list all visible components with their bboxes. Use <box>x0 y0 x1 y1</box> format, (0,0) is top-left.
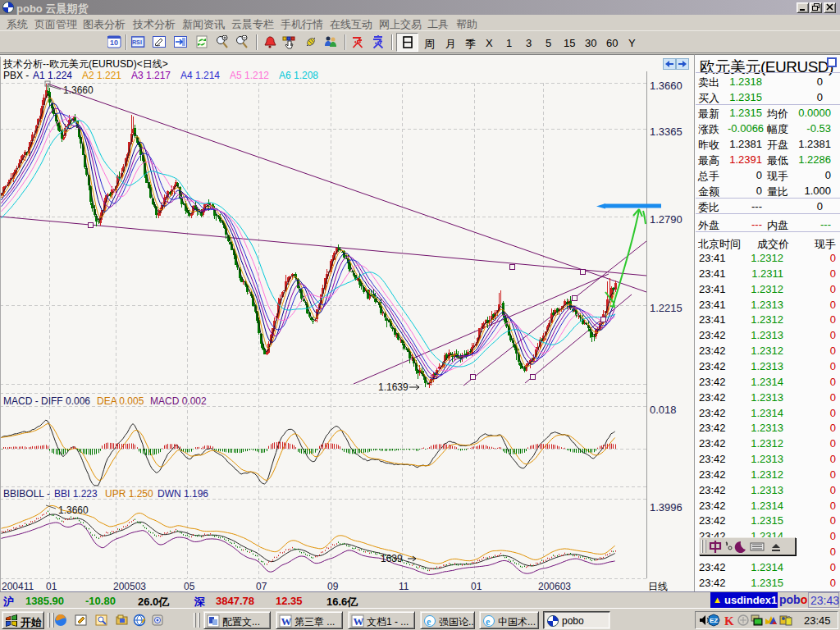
svg-text:09: 09 <box>327 581 339 592</box>
svg-text:1.3660: 1.3660 <box>63 84 94 96</box>
svg-text:BBI 1.223: BBI 1.223 <box>54 488 98 500</box>
svg-text:1.3660: 1.3660 <box>650 80 682 92</box>
svg-text:1.3660: 1.3660 <box>58 504 89 516</box>
svg-text:200411: 200411 <box>2 581 34 592</box>
svg-text:11: 11 <box>399 581 409 592</box>
svg-text:e: e <box>486 616 491 628</box>
svg-text:e: e <box>427 616 431 628</box>
svg-text:07: 07 <box>256 581 267 592</box>
svg-text:DWN 1.196: DWN 1.196 <box>158 488 208 500</box>
svg-text:0.018: 0.018 <box>650 404 677 416</box>
svg-text:技术分析--欧元美元(EURUSD)<日线>: 技术分析--欧元美元(EURUSD)<日线> <box>2 58 168 70</box>
svg-text:1639: 1639 <box>381 553 403 564</box>
svg-text:PBX -: PBX - <box>3 70 29 81</box>
svg-text:05: 05 <box>184 581 195 592</box>
svg-text:1.2215: 1.2215 <box>650 302 682 314</box>
svg-text:MACD 0.002: MACD 0.002 <box>150 395 207 407</box>
svg-text:日线: 日线 <box>648 581 668 592</box>
svg-text:W: W <box>281 615 292 628</box>
svg-text:01: 01 <box>471 581 482 592</box>
svg-text:A2 1.221: A2 1.221 <box>82 70 121 81</box>
svg-text:1.3365: 1.3365 <box>650 126 682 138</box>
svg-text:200603: 200603 <box>538 581 571 592</box>
svg-text:A5 1.212: A5 1.212 <box>230 70 269 81</box>
svg-text:RSI: RSI <box>132 39 142 46</box>
svg-text:EZ: EZ <box>710 617 718 624</box>
svg-text:1.2790: 1.2790 <box>650 213 682 226</box>
svg-text:A6 1.208: A6 1.208 <box>279 70 318 81</box>
svg-text:A3 1.217: A3 1.217 <box>131 70 171 81</box>
svg-text:01: 01 <box>46 581 57 592</box>
svg-text:UPR 1.250: UPR 1.250 <box>105 488 153 500</box>
svg-text:A1 1.224: A1 1.224 <box>33 70 72 81</box>
svg-text:BBIBOLL -: BBIBOLL - <box>3 488 50 500</box>
svg-text:1.1639: 1.1639 <box>378 381 409 393</box>
svg-text:10: 10 <box>110 39 118 47</box>
svg-text:200503: 200503 <box>113 581 146 592</box>
svg-text:K: K <box>724 614 734 627</box>
svg-text:1.3996: 1.3996 <box>650 501 682 514</box>
svg-text:MACD - DIFF 0.006: MACD - DIFF 0.006 <box>3 395 90 407</box>
svg-text:W: W <box>354 615 364 628</box>
svg-text:A4 1.214: A4 1.214 <box>180 70 220 81</box>
svg-text:DEA 0.005: DEA 0.005 <box>97 395 144 407</box>
